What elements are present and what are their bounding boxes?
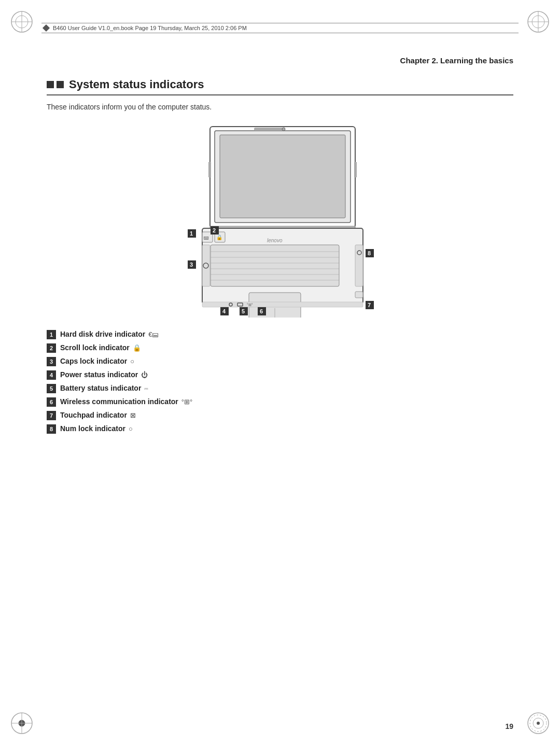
wireless-icon: °⊞° [181,398,192,406]
file-info-bar: B460 User Guide V1.0_en.book Page 19 Thu… [41,23,519,33]
indicator-num-5: 5 [47,384,56,393]
indicator-num-3: 3 [47,357,56,366]
indicator-num-2: 2 [47,343,56,353]
corner-decoration-tl [9,9,34,34]
diamond-icon [43,24,50,32]
svg-text:🔒: 🔒 [216,234,223,241]
indicator-num-4: 4 [47,370,56,380]
svg-text:1: 1 [190,230,193,237]
svg-text:8: 8 [368,250,371,256]
indicator-item-7: 7 Touchpad indicator ⊠ [47,411,513,420]
indicator-num-8: 8 [47,424,56,434]
svg-rect-18 [220,135,345,218]
caps-lock-icon: ○ [130,357,134,365]
power-icon: ⏻ [141,371,148,379]
indicator-list: 1 Hard disk drive indicator €🖴 2 Scroll … [47,330,513,434]
indicator-label-7: Touchpad indicator [60,411,127,419]
indicator-item-4: 4 Power status indicator ⏻ [47,370,513,380]
indicator-item-8: 8 Num lock indicator ○ [47,424,513,434]
indicator-label-8: Num lock indicator [60,424,125,433]
svg-text:4: 4 [222,308,226,314]
svg-text:2: 2 [213,227,216,233]
file-info-text: B460 User Guide V1.0_en.book Page 19 Thu… [53,25,247,31]
svg-rect-37 [202,302,363,307]
hdd-icon: €🖴 [148,330,159,338]
svg-text:🖴: 🖴 [204,234,209,240]
indicator-num-1: 1 [47,330,56,339]
indicator-num-6: 6 [47,397,56,407]
section-description: These indicators inform you of the compu… [47,103,513,111]
indicator-item-6: 6 Wireless communication indicator °⊞° [47,397,513,407]
indicator-item-1: 1 Hard disk drive indicator €🖴 [47,330,513,339]
svg-text:°⊞°: °⊞° [247,303,253,307]
svg-text:6: 6 [260,308,263,314]
svg-text:7: 7 [368,302,371,308]
laptop-diagram-container: lenovo °⊞° 🖴 [47,120,513,318]
battery-icon: ⎓ [144,384,148,392]
svg-text:3: 3 [190,261,193,268]
indicator-label-5: Battery status indicator [60,384,141,392]
bullet-square-2 [57,81,64,88]
section-bullets [47,81,64,88]
svg-rect-19 [254,128,285,131]
chapter-heading: Chapter 2. Learning the basics [400,56,513,65]
bullet-square-1 [47,81,54,88]
svg-rect-21 [354,162,357,177]
section-title: System status indicators [69,78,204,91]
scroll-lock-icon: 🔒 [133,344,141,352]
indicator-label-3: Caps lock indicator [60,357,127,365]
indicator-label-2: Scroll lock indicator [60,343,130,352]
svg-text:5: 5 [242,308,245,314]
laptop-svg-wrapper: lenovo °⊞° 🖴 [150,120,410,318]
svg-rect-36 [355,245,363,286]
indicator-item-5: 5 Battery status indicator ⎓ [47,384,513,393]
corner-decoration-br [526,711,551,736]
svg-rect-41 [355,292,363,298]
indicator-label-6: Wireless communication indicator [60,397,178,406]
corner-decoration-bl [9,711,34,736]
indicator-label-4: Power status indicator [60,370,138,379]
num-lock-icon: ○ [129,425,133,433]
touchpad-icon: ⊠ [130,411,136,419]
main-content: System status indicators These indicator… [47,78,513,438]
section-title-row: System status indicators [47,78,513,95]
indicator-item-2: 2 Scroll lock indicator 🔒 [47,343,513,353]
corner-decoration-tr [526,9,551,34]
indicator-item-3: 3 Caps lock indicator ○ [47,357,513,366]
laptop-diagram: lenovo °⊞° 🖴 [150,120,410,318]
svg-text:lenovo: lenovo [267,238,283,243]
svg-point-13 [537,722,540,725]
svg-rect-22 [208,162,211,177]
indicator-num-7: 7 [47,411,56,420]
indicator-label-1: Hard disk drive indicator [60,330,145,338]
page-number: 19 [505,722,513,730]
